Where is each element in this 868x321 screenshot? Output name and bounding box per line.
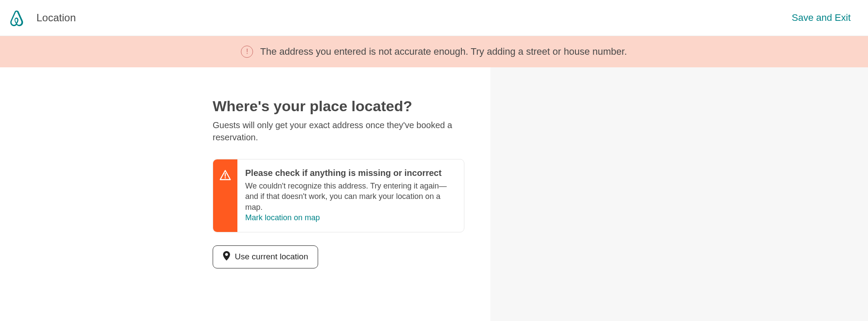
alert-circle-icon: ! [241, 46, 253, 58]
header: Location Save and Exit [0, 0, 868, 36]
header-left: Location [9, 9, 76, 27]
warning-body-text: We couldn't recognize this address. Try … [245, 181, 454, 212]
warning-triangle-icon [213, 159, 237, 232]
warning-card: Please check if anything is missing or i… [213, 159, 464, 232]
airbnb-logo-icon[interactable] [9, 9, 24, 27]
use-current-location-button[interactable]: Use current location [213, 245, 318, 268]
main-heading: Where's your place located? [213, 98, 464, 115]
warning-title: Please check if anything is missing or i… [245, 168, 454, 178]
use-current-location-label: Use current location [235, 252, 308, 261]
right-panel [490, 67, 868, 321]
save-and-exit-link[interactable]: Save and Exit [792, 12, 851, 23]
left-panel: Where's your place located? Guests will … [0, 67, 490, 321]
content-wrapper: Where's your place located? Guests will … [213, 98, 464, 311]
mark-location-link[interactable]: Mark location on map [245, 213, 320, 222]
page-title: Location [36, 12, 76, 24]
svg-point-1 [225, 177, 226, 179]
warning-card-body: Please check if anything is missing or i… [237, 159, 464, 232]
main-subheading: Guests will only get your exact address … [213, 119, 464, 143]
main-container: Where's your place located? Guests will … [0, 67, 868, 321]
error-banner-text: The address you entered is not accurate … [260, 46, 627, 57]
error-banner: ! The address you entered is not accurat… [0, 36, 868, 67]
location-pin-icon [223, 251, 230, 263]
